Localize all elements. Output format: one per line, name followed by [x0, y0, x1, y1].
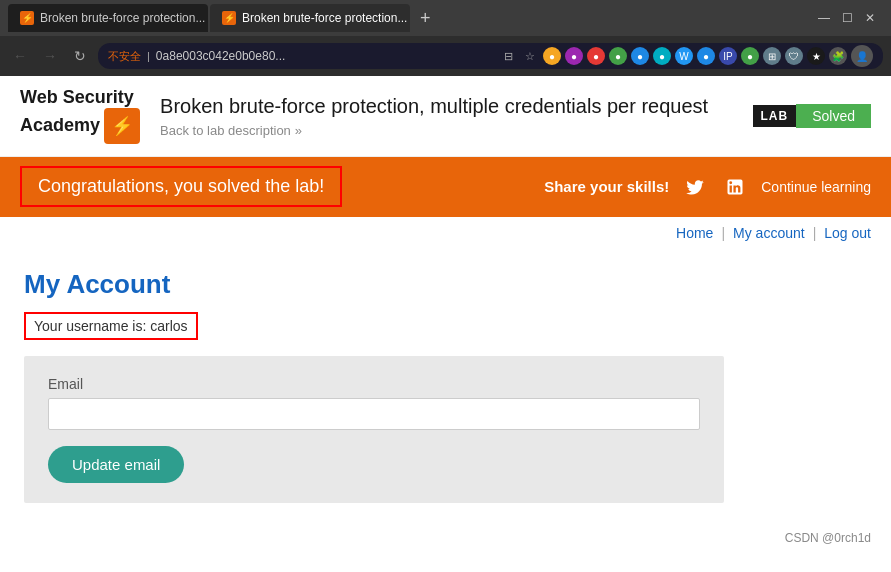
- star-icon[interactable]: ☆: [521, 47, 539, 65]
- back-to-lab-link[interactable]: Back to lab description »: [160, 123, 752, 138]
- ext-icon-11[interactable]: ⊞: [763, 47, 781, 65]
- new-tab-button[interactable]: +: [412, 8, 439, 29]
- tab-2[interactable]: ⚡ Broken brute-force protection... ✕: [210, 4, 410, 32]
- ext-icon-7[interactable]: W: [675, 47, 693, 65]
- congrats-banner: Congratulations, you solved the lab! Sha…: [0, 157, 891, 217]
- watermark-text: CSDN @0rch1d: [785, 531, 871, 545]
- tab-label-1: Broken brute-force protection...: [40, 11, 205, 25]
- username-text: Your username is: carlos: [34, 318, 188, 334]
- nav-separator-1: |: [721, 225, 725, 241]
- lab-title-section: Broken brute-force protection, multiple …: [160, 93, 752, 138]
- ext-icon-6[interactable]: ●: [653, 47, 671, 65]
- reload-button[interactable]: ↻: [68, 48, 92, 64]
- ext-icon-1[interactable]: ●: [543, 47, 561, 65]
- profile-icon[interactable]: 👤: [851, 45, 873, 67]
- ext-icon-5[interactable]: ●: [631, 47, 649, 65]
- ext-icon-3[interactable]: ●: [587, 47, 605, 65]
- tab-bar: ⚡ Broken brute-force protection... ✕ ⚡ B…: [0, 0, 891, 36]
- page-footer: CSDN @0rch1d: [0, 523, 891, 553]
- url-separator: |: [147, 50, 150, 62]
- ext-icon-2[interactable]: ●: [565, 47, 583, 65]
- ext-icon-10[interactable]: ●: [741, 47, 759, 65]
- tab-favicon-2: ⚡: [222, 11, 236, 25]
- ext-icon-12[interactable]: 🛡: [785, 47, 803, 65]
- site-header: Web Security Academy ⚡ Broken brute-forc…: [0, 76, 891, 157]
- logo-text-line2: Academy: [20, 115, 100, 136]
- ext-icon-9[interactable]: IP: [719, 47, 737, 65]
- twitter-icon[interactable]: [681, 173, 709, 201]
- congrats-box: Congratulations, you solved the lab!: [20, 166, 342, 207]
- share-section: Share your skills! Continue learning: [544, 173, 871, 201]
- main-content: My Account Your username is: carlos Emai…: [0, 249, 891, 523]
- lab-title: Broken brute-force protection, multiple …: [160, 93, 752, 119]
- email-input[interactable]: [48, 398, 700, 430]
- browser-chrome: ⚡ Broken brute-force protection... ✕ ⚡ B…: [0, 0, 891, 76]
- url-text: 0a8e003c042e0b0e80...: [156, 49, 285, 63]
- username-box: Your username is: carlos: [24, 312, 198, 340]
- page-title: My Account: [24, 269, 867, 300]
- logo[interactable]: Web Security Academy ⚡: [20, 88, 140, 144]
- security-warning: 不安全: [108, 49, 141, 64]
- linkedin-icon[interactable]: [721, 173, 749, 201]
- address-bar: ← → ↻ 不安全 | 0a8e003c042e0b0e80... ⊟ ☆ ● …: [0, 36, 891, 76]
- address-input[interactable]: 不安全 | 0a8e003c042e0b0e80... ⊟ ☆ ● ● ● ● …: [98, 43, 883, 69]
- nav-links: Home | My account | Log out: [0, 217, 891, 249]
- nav-separator-2: |: [813, 225, 817, 241]
- close-button[interactable]: ✕: [865, 11, 875, 25]
- back-button[interactable]: ←: [8, 48, 32, 64]
- window-controls: — ☐ ✕: [818, 11, 883, 25]
- logo-icon: ⚡: [104, 108, 140, 144]
- continue-learning-link[interactable]: Continue learning: [761, 179, 871, 195]
- ext-icon-4[interactable]: ●: [609, 47, 627, 65]
- home-link[interactable]: Home: [676, 225, 713, 241]
- translate-icon[interactable]: ⊟: [499, 47, 517, 65]
- ext-icon-8[interactable]: ●: [697, 47, 715, 65]
- tab-favicon-1: ⚡: [20, 11, 34, 25]
- share-label: Share your skills!: [544, 178, 669, 195]
- congrats-text: Congratulations, you solved the lab!: [38, 176, 324, 196]
- congrats-message: Congratulations, you solved the lab!: [20, 166, 544, 207]
- lab-badge: LAB: [753, 105, 797, 127]
- logo-text-line1: Web Security: [20, 88, 140, 108]
- tab-label-2: Broken brute-force protection...: [242, 11, 407, 25]
- my-account-link[interactable]: My account: [733, 225, 805, 241]
- ext-icon-13[interactable]: ★: [807, 47, 825, 65]
- forward-button[interactable]: →: [38, 48, 62, 64]
- minimize-button[interactable]: —: [818, 11, 830, 25]
- lab-status: LAB Solved: [753, 104, 871, 128]
- tab-1[interactable]: ⚡ Broken brute-force protection... ✕: [8, 4, 208, 32]
- email-form: Email Update email: [24, 356, 724, 503]
- page-content: Web Security Academy ⚡ Broken brute-forc…: [0, 76, 891, 553]
- solved-badge: Solved: [796, 104, 871, 128]
- maximize-button[interactable]: ☐: [842, 11, 853, 25]
- log-out-link[interactable]: Log out: [824, 225, 871, 241]
- address-icons: ⊟ ☆ ● ● ● ● ● ● W ● IP ● ⊞ 🛡 ★ 🧩 👤: [499, 45, 873, 67]
- update-email-button[interactable]: Update email: [48, 446, 184, 483]
- ext-icon-14[interactable]: 🧩: [829, 47, 847, 65]
- email-label: Email: [48, 376, 700, 392]
